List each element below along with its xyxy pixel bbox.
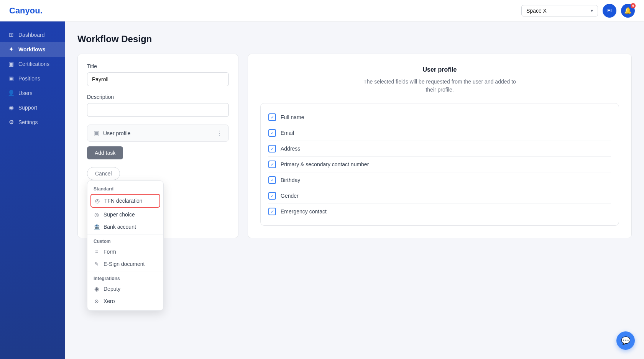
dropdown-item-deputy[interactable]: ◉ Deputy bbox=[87, 283, 163, 295]
logo: Canyou. bbox=[9, 6, 43, 16]
field-gender: ✓ Gender bbox=[268, 188, 611, 204]
form-icon: ≡ bbox=[94, 249, 100, 255]
dashboard-icon: ⊞ bbox=[8, 31, 15, 38]
chat-button[interactable]: 💬 bbox=[616, 331, 635, 350]
dropdown-item-xero[interactable]: ⊗ Xero bbox=[87, 295, 163, 307]
dropdown-item-super[interactable]: ◎ Super choice bbox=[87, 208, 163, 221]
add-task-button[interactable]: Add task bbox=[87, 146, 123, 159]
sidebar-label-certifications: Certifications bbox=[18, 61, 49, 67]
divider-1 bbox=[87, 234, 163, 235]
sidebar-item-certifications[interactable]: ▣ Certifications bbox=[0, 57, 65, 71]
check-address[interactable]: ✓ bbox=[268, 145, 276, 152]
field-contact-label: Primary & secondary contact number bbox=[281, 161, 369, 167]
field-email-label: Email bbox=[281, 130, 294, 136]
description-input[interactable] bbox=[87, 103, 229, 117]
task-item-user-profile: ▣ User profile ⋮ bbox=[87, 125, 229, 142]
sidebar-label-support: Support bbox=[18, 105, 37, 111]
check-emergency[interactable]: ✓ bbox=[268, 208, 276, 215]
check-email[interactable]: ✓ bbox=[268, 129, 276, 137]
title-label: Title bbox=[87, 63, 229, 69]
topbar-right: Space X ▾ FI 🔔 9 bbox=[521, 4, 635, 18]
description-field-group: Description bbox=[87, 94, 229, 117]
dropdown-item-bank[interactable]: 🏦 Bank account bbox=[87, 221, 163, 233]
sidebar-item-support[interactable]: ◉ Support bbox=[0, 100, 65, 115]
right-panel: User profile The selected fields will be… bbox=[248, 54, 632, 238]
sidebar-label-settings: Settings bbox=[18, 119, 38, 125]
dropdown-item-esign[interactable]: ✎ E-Sign document bbox=[87, 258, 163, 270]
sidebar-label-dashboard: Dashboard bbox=[18, 32, 45, 38]
workspace-selector[interactable]: Space X ▾ bbox=[521, 5, 598, 16]
dropdown-item-tfn-label: TFN declaration bbox=[104, 198, 143, 204]
integrations-section-label: Integrations bbox=[87, 274, 163, 283]
check-birthday[interactable]: ✓ bbox=[268, 176, 276, 184]
task-menu-icon[interactable]: ⋮ bbox=[216, 130, 222, 137]
check-contact[interactable]: ✓ bbox=[268, 161, 276, 168]
field-birthday: ✓ Birthday bbox=[268, 172, 611, 188]
check-gender[interactable]: ✓ bbox=[268, 192, 276, 200]
profile-title: User profile bbox=[260, 66, 619, 73]
dropdown-item-form-label: Form bbox=[104, 249, 116, 255]
notification-bell[interactable]: 🔔 9 bbox=[621, 4, 635, 18]
dropdown-item-xero-label: Xero bbox=[104, 298, 115, 304]
notification-badge: 9 bbox=[631, 3, 636, 9]
dropdown-item-esign-label: E-Sign document bbox=[104, 261, 145, 267]
profile-fields-list: ✓ Full name ✓ Email ✓ Address ✓ Primary … bbox=[260, 103, 619, 226]
description-label: Description bbox=[87, 94, 229, 100]
certifications-icon: ▣ bbox=[8, 61, 15, 67]
dropdown-item-form[interactable]: ≡ Form bbox=[87, 246, 163, 258]
super-icon: ◎ bbox=[94, 211, 100, 218]
task-item-icon: ▣ bbox=[94, 130, 99, 137]
title-input[interactable] bbox=[87, 72, 229, 86]
workflows-icon: ✦ bbox=[8, 46, 15, 53]
sidebar-label-users: Users bbox=[18, 90, 33, 96]
sidebar-item-settings[interactable]: ⚙ Settings bbox=[0, 115, 65, 130]
dropdown-item-bank-label: Bank account bbox=[104, 224, 136, 230]
field-emergency: ✓ Emergency contact bbox=[268, 204, 611, 219]
task-item-label: User profile bbox=[103, 130, 131, 136]
sidebar-label-workflows: Workflows bbox=[18, 46, 46, 52]
users-icon: 👤 bbox=[8, 90, 15, 97]
layout: ⊞ Dashboard ✦ Workflows ▣ Certifications… bbox=[0, 21, 644, 359]
field-full-name-label: Full name bbox=[281, 114, 304, 120]
field-email: ✓ Email bbox=[268, 125, 611, 141]
custom-section-label: Custom bbox=[87, 236, 163, 246]
field-emergency-label: Emergency contact bbox=[281, 208, 327, 215]
profile-description: The selected fields will be requested fr… bbox=[260, 78, 619, 94]
positions-icon: ▣ bbox=[8, 75, 15, 82]
dropdown-item-super-label: Super choice bbox=[104, 211, 135, 218]
dropdown-item-tfn[interactable]: ◎ TFN declaration bbox=[90, 194, 160, 208]
sidebar-item-dashboard[interactable]: ⊞ Dashboard bbox=[0, 28, 65, 42]
sidebar-label-positions: Positions bbox=[18, 75, 40, 82]
sidebar-item-positions[interactable]: ▣ Positions bbox=[0, 71, 65, 86]
settings-icon: ⚙ bbox=[8, 119, 15, 126]
dropdown-menu: Standard ◎ TFN declaration ◎ Super choic… bbox=[87, 180, 164, 311]
sidebar: ⊞ Dashboard ✦ Workflows ▣ Certifications… bbox=[0, 21, 65, 359]
task-item-left: ▣ User profile bbox=[94, 130, 131, 137]
workspace-label: Space X bbox=[526, 8, 547, 14]
avatar[interactable]: FI bbox=[603, 4, 616, 18]
tfn-icon: ◎ bbox=[94, 198, 100, 204]
bottom-actions: Cancel bbox=[87, 167, 229, 180]
deputy-icon: ◉ bbox=[94, 286, 100, 292]
field-full-name: ✓ Full name bbox=[268, 110, 611, 125]
support-icon: ◉ bbox=[8, 104, 15, 111]
xero-icon: ⊗ bbox=[94, 298, 100, 304]
topbar: Canyou. Space X ▾ FI 🔔 9 bbox=[0, 0, 644, 21]
dropdown-item-deputy-label: Deputy bbox=[104, 286, 120, 292]
left-panel: Title Description ▣ User profile ⋮ Add t… bbox=[77, 54, 238, 238]
sidebar-item-users[interactable]: 👤 Users bbox=[0, 86, 65, 100]
bank-icon: 🏦 bbox=[94, 224, 100, 230]
field-contact: ✓ Primary & secondary contact number bbox=[268, 157, 611, 172]
title-field-group: Title bbox=[87, 63, 229, 86]
field-address: ✓ Address bbox=[268, 141, 611, 157]
cancel-button[interactable]: Cancel bbox=[87, 167, 120, 180]
chevron-down-icon: ▾ bbox=[591, 8, 593, 13]
page-title: Workflow Design bbox=[77, 34, 632, 44]
check-full-name[interactable]: ✓ bbox=[268, 113, 276, 121]
standard-section-label: Standard bbox=[87, 184, 163, 193]
sidebar-item-workflows[interactable]: ✦ Workflows bbox=[0, 42, 65, 57]
content-grid: Title Description ▣ User profile ⋮ Add t… bbox=[77, 54, 632, 238]
field-birthday-label: Birthday bbox=[281, 177, 300, 183]
main-content: Workflow Design Title Description ▣ User… bbox=[65, 21, 644, 359]
esign-icon: ✎ bbox=[94, 261, 100, 267]
